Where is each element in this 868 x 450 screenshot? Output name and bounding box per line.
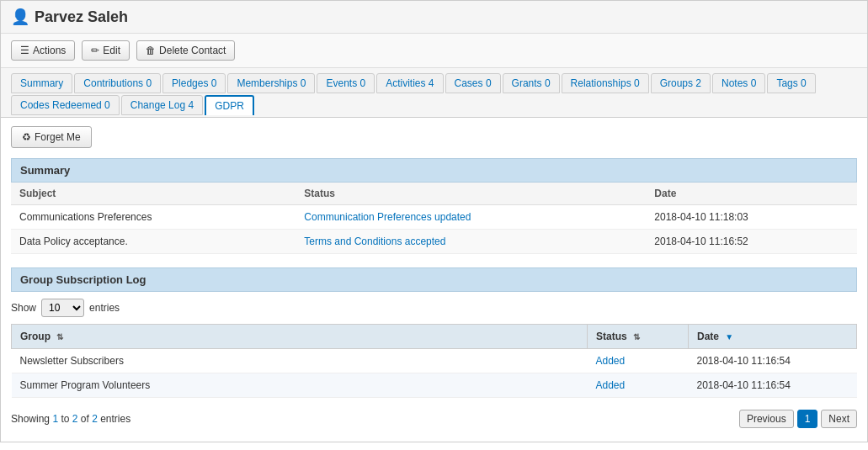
group-date-1: 2018-04-10 11:16:54 [689,349,857,373]
entries-per-page-select[interactable]: 10 25 50 100 [41,299,84,317]
summary-status-2: Terms and Conditions accepted [296,230,646,254]
group-status-2: Added [588,373,689,398]
tab-memberships[interactable]: Memberships 0 [227,73,315,93]
summary-table: Subject Status Date Communications Prefe… [11,183,857,254]
forget-icon: ♻ [22,131,31,143]
tab-activities[interactable]: Activities 4 [376,73,443,93]
sort-icon-group: ⇅ [56,332,63,341]
tab-change-log[interactable]: Change Log 4 [121,95,203,115]
tab-contributions[interactable]: Contributions 0 [74,73,161,93]
sort-icon-status: ⇅ [633,332,640,341]
group-name-2: Summer Program Volunteers [12,373,588,398]
tab-grants[interactable]: Grants 0 [503,73,560,93]
tab-groups[interactable]: Groups 2 [651,73,711,93]
tab-codes-redeemed[interactable]: Codes Redeemed 0 [11,95,120,115]
prev-page-button[interactable]: Previous [739,410,794,428]
tab-notes[interactable]: Notes 0 [712,73,765,93]
table-row: Data Policy acceptance. Terms and Condit… [11,230,857,254]
delete-contact-button[interactable]: 🗑 Delete Contact [136,40,235,61]
sort-icon-date: ▼ [725,332,733,341]
table-row: Summer Program Volunteers Added 2018-04-… [12,373,857,398]
summary-col-subject: Subject [11,183,296,205]
group-col-status[interactable]: Status ⇅ [588,325,689,349]
edit-button[interactable]: ✏ Edit [82,40,130,61]
tab-summary[interactable]: Summary [11,73,72,93]
group-log-section: Group Subscription Log Show 10 25 50 100… [11,267,857,433]
tab-tags[interactable]: Tags 0 [767,73,815,93]
menu-icon: ☰ [20,45,29,56]
pagination-controls: Previous 1 Next [739,410,857,428]
summary-subject-2: Data Policy acceptance. [11,230,296,254]
pagination-info: Showing 1 to 2 of 2 entries [11,413,130,425]
group-col-group[interactable]: Group ⇅ [12,325,588,349]
summary-section-header: Summary [11,158,857,183]
group-status-1: Added [588,349,689,373]
summary-date-2: 2018-04-10 11:16:52 [646,230,857,254]
group-col-date[interactable]: Date ▼ [689,325,857,349]
contact-name: Parvez Saleh [35,8,128,26]
summary-col-status: Status [296,183,646,205]
table-row: Newsletter Subscribers Added 2018-04-10 … [12,349,857,373]
tab-events[interactable]: Events 0 [317,73,375,93]
edit-icon: ✏ [91,45,99,56]
tabs-row-1: Summary Contributions 0 Pledges 0 Member… [11,73,857,93]
summary-subject-1: Communications Preferences [11,205,296,230]
tab-gdpr[interactable]: GDPR [205,95,254,115]
tabs-row-2: Codes Redeemed 0 Change Log 4 GDPR [11,95,857,115]
group-name-1: Newsletter Subscribers [12,349,588,373]
summary-section: Summary Subject Status Date Communicatio… [11,158,857,254]
group-log-table: Group ⇅ Status ⇅ Date ▼ [11,324,857,398]
forget-me-button[interactable]: ♻ Forget Me [11,126,92,148]
summary-date-1: 2018-04-10 11:18:03 [646,205,857,230]
trash-icon: 🗑 [146,45,156,56]
pagination-bar: Showing 1 to 2 of 2 entries Previous 1 N… [11,405,857,433]
person-icon: 👤 [11,8,29,26]
group-date-2: 2018-04-10 11:16:54 [689,373,857,398]
group-log-header: Group Subscription Log [11,267,857,292]
tab-pledges[interactable]: Pledges 0 [162,73,226,93]
show-entries-control: Show 10 25 50 100 entries [11,292,857,324]
summary-col-date: Date [646,183,857,205]
tab-cases[interactable]: Cases 0 [445,73,501,93]
actions-button[interactable]: ☰ Actions [11,40,75,61]
tab-relationships[interactable]: Relationships 0 [562,73,649,93]
next-page-button[interactable]: Next [821,410,857,428]
page-1-button[interactable]: 1 [797,410,818,428]
summary-status-1: Communication Preferences updated [296,205,646,230]
table-row: Communications Preferences Communication… [11,205,857,230]
